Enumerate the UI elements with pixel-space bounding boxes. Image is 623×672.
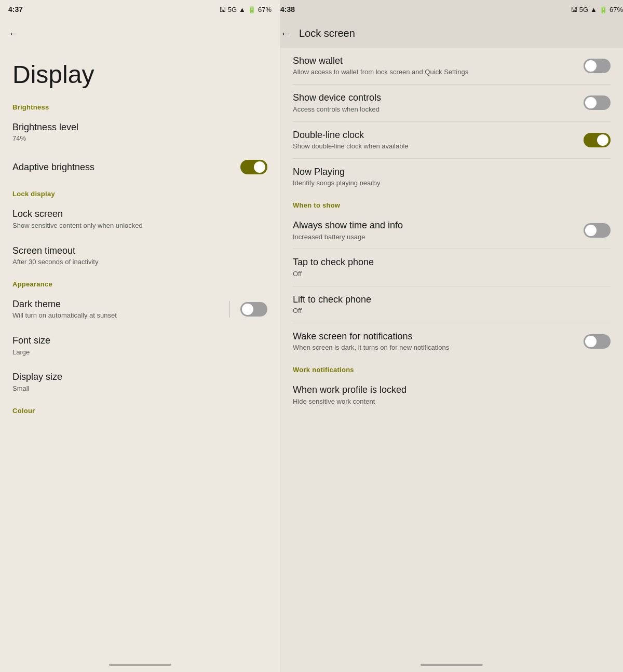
adaptive-brightness-knob xyxy=(254,161,265,173)
setting-adaptive-brightness[interactable]: Adaptive brightness xyxy=(0,150,280,184)
display-size-title: Display size xyxy=(12,371,267,383)
section-when-to-show: When to show xyxy=(280,195,623,212)
always-show-time-title: Always show time and info xyxy=(293,220,577,231)
left-status-bar: 4:37 🖫 5G ▲ 🔋 67% xyxy=(0,0,280,19)
always-show-time-toggle[interactable] xyxy=(584,223,611,238)
section-lock-display: Lock display xyxy=(0,184,280,201)
left-bottom-handle xyxy=(0,660,280,672)
dark-theme-title: Dark theme xyxy=(12,298,229,310)
dark-theme-subtitle: Will turn on automatically at sunset xyxy=(12,311,229,320)
right-sim-icon: 🖫 xyxy=(571,6,577,13)
setting-screen-timeout[interactable]: Screen timeout After 30 seconds of inact… xyxy=(0,238,280,274)
tap-to-check-subtitle: Off xyxy=(293,270,611,279)
brightness-level-title: Brightness level xyxy=(12,121,267,133)
setting-tap-to-check[interactable]: Tap to check phone Off xyxy=(280,249,623,285)
right-status-bar: 4:38 🖫 5G ▲ 🔋 67% xyxy=(280,0,623,19)
right-top-bar: ← Lock screen xyxy=(280,19,623,48)
lock-screen-subtitle: Show sensitive content only when unlocke… xyxy=(12,222,267,230)
double-line-clock-knob xyxy=(597,134,608,146)
setting-double-line-clock[interactable]: Double-line clock Show double-line clock… xyxy=(280,122,623,158)
lift-to-check-subtitle: Off xyxy=(293,307,611,316)
show-wallet-knob xyxy=(585,60,597,72)
left-signal-label: 5G xyxy=(228,6,237,13)
right-handle-bar xyxy=(421,664,483,666)
left-back-button[interactable]: ← xyxy=(8,28,19,39)
double-line-clock-title: Double-line clock xyxy=(293,129,577,141)
dark-theme-toggle[interactable] xyxy=(240,302,267,317)
right-status-right: 🖫 5G ▲ 🔋 67% xyxy=(571,6,623,13)
tap-to-check-title: Tap to check phone xyxy=(293,256,611,268)
setting-show-wallet[interactable]: Show wallet Allow access to wallet from … xyxy=(280,48,623,84)
setting-work-profile-locked[interactable]: When work profile is locked Hide sensiti… xyxy=(280,377,623,413)
left-battery-icon: 🔋 xyxy=(248,6,256,13)
right-back-button[interactable]: ← xyxy=(280,28,291,39)
setting-dark-theme[interactable]: Dark theme Will turn on automatically at… xyxy=(0,291,280,327)
left-sim-icon: 🖫 xyxy=(219,6,226,13)
screen-timeout-subtitle: After 30 seconds of inactivity xyxy=(12,258,267,267)
lock-screen-title: Lock screen xyxy=(12,208,267,220)
left-page-title: Display xyxy=(0,48,280,97)
double-line-clock-subtitle: Show double-line clock when available xyxy=(293,142,577,151)
lift-to-check-title: Lift to check phone xyxy=(293,294,611,306)
toggle-divider xyxy=(229,301,230,318)
setting-wake-screen[interactable]: Wake screen for notifications When scree… xyxy=(280,323,623,360)
right-bottom-handle xyxy=(280,660,623,672)
left-time: 4:37 xyxy=(8,5,23,13)
right-signal-icon: ▲ xyxy=(590,6,597,13)
wake-screen-title: Wake screen for notifications xyxy=(293,331,577,342)
right-panel: 4:38 🖫 5G ▲ 🔋 67% ← Lock screen Show wal… xyxy=(280,0,623,672)
now-playing-subtitle: Identify songs playing nearby xyxy=(293,179,611,188)
device-controls-title: Show device controls xyxy=(293,92,577,104)
right-battery-label: 67% xyxy=(610,6,623,13)
dark-theme-knob xyxy=(242,304,253,315)
show-wallet-subtitle: Allow access to wallet from lock screen … xyxy=(293,68,577,77)
setting-font-size[interactable]: Font size Large xyxy=(0,327,280,364)
font-size-title: Font size xyxy=(12,335,267,347)
double-line-clock-toggle[interactable] xyxy=(584,133,611,147)
setting-now-playing[interactable]: Now Playing Identify songs playing nearb… xyxy=(280,159,623,195)
adaptive-brightness-toggle[interactable] xyxy=(240,160,267,174)
section-appearance: Appearance xyxy=(0,274,280,291)
font-size-value: Large xyxy=(12,348,267,357)
setting-display-size[interactable]: Display size Small xyxy=(0,364,280,400)
left-signal-icon: ▲ xyxy=(239,6,246,13)
left-status-right: 🖫 5G ▲ 🔋 67% xyxy=(219,6,272,13)
setting-lift-to-check[interactable]: Lift to check phone Off xyxy=(280,286,623,323)
wake-screen-toggle[interactable] xyxy=(584,334,611,349)
brightness-level-value: 74% xyxy=(12,134,267,143)
section-brightness: Brightness xyxy=(0,97,280,114)
adaptive-brightness-title: Adaptive brightness xyxy=(12,161,234,173)
show-wallet-title: Show wallet xyxy=(293,55,577,67)
section-colour: Colour xyxy=(0,401,280,418)
right-page-title: Lock screen xyxy=(299,28,355,39)
display-size-value: Small xyxy=(12,385,267,393)
show-wallet-toggle[interactable] xyxy=(584,59,611,73)
setting-brightness-level[interactable]: Brightness level 74% xyxy=(0,114,280,150)
left-panel: 4:37 🖫 5G ▲ 🔋 67% ← Display Brightness B… xyxy=(0,0,280,672)
left-battery-label: 67% xyxy=(258,6,272,13)
left-handle-bar xyxy=(109,664,171,666)
left-top-bar: ← xyxy=(0,19,280,48)
right-signal-label: 5G xyxy=(579,6,588,13)
device-controls-toggle[interactable] xyxy=(584,95,611,110)
device-controls-subtitle: Access controls when locked xyxy=(293,105,577,114)
always-show-time-subtitle: Increased battery usage xyxy=(293,233,577,242)
now-playing-title: Now Playing xyxy=(293,166,611,178)
screen-timeout-title: Screen timeout xyxy=(12,245,267,257)
device-controls-knob xyxy=(585,97,597,108)
right-battery-icon: 🔋 xyxy=(599,6,607,13)
section-work-notifications: Work notifications xyxy=(280,360,623,377)
wake-screen-knob xyxy=(585,336,597,347)
always-show-time-knob xyxy=(585,225,597,236)
setting-always-show-time[interactable]: Always show time and info Increased batt… xyxy=(280,212,623,249)
work-profile-locked-subtitle: Hide sensitive work content xyxy=(293,397,611,406)
work-profile-locked-title: When work profile is locked xyxy=(293,384,611,396)
setting-device-controls[interactable]: Show device controls Access controls whe… xyxy=(280,85,623,121)
right-time: 4:38 xyxy=(280,5,295,13)
setting-lock-screen[interactable]: Lock screen Show sensitive content only … xyxy=(0,201,280,237)
wake-screen-subtitle: When screen is dark, it turns on for new… xyxy=(293,344,577,352)
